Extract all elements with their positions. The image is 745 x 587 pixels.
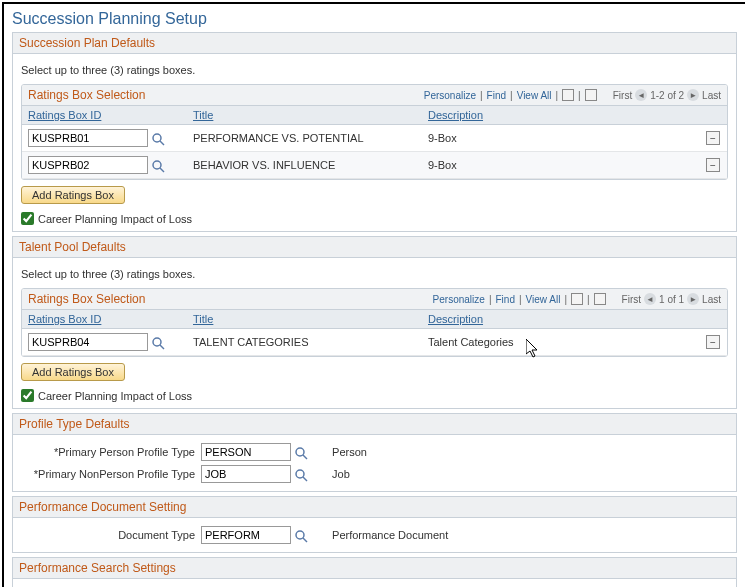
nav-pos: 1 of 1	[659, 294, 684, 305]
svg-point-6	[296, 448, 304, 456]
table-row: TALENT CATEGORIES Talent Categories −	[22, 329, 727, 356]
primary-person-profile-label: *Primary Person Profile Type	[21, 446, 201, 458]
document-type-label: Document Type	[21, 529, 201, 541]
impact-of-loss-checkbox[interactable]	[21, 389, 34, 402]
zoom-icon[interactable]	[571, 293, 583, 305]
primary-person-profile-desc: Person	[308, 446, 367, 458]
instruction-succ: Select up to three (3) ratings boxes.	[21, 64, 728, 76]
separator: |	[578, 90, 581, 101]
first-label[interactable]: First	[622, 294, 641, 305]
row-title: TALENT CATEGORIES	[187, 334, 422, 350]
col-header-desc[interactable]: Description	[422, 106, 699, 124]
view-all-link[interactable]: View All	[517, 90, 552, 101]
separator: |	[564, 294, 567, 305]
primary-nonperson-profile-label: *Primary NonPerson Profile Type	[21, 468, 201, 480]
download-icon[interactable]	[585, 89, 597, 101]
section-talent-pool-defaults: Talent Pool Defaults Select up to three …	[12, 236, 737, 409]
primary-nonperson-profile-desc: Job	[308, 468, 350, 480]
section-performance-document: Performance Document Setting Document Ty…	[12, 496, 737, 553]
row-title: BEHAVIOR VS. INFLUENCE	[187, 157, 422, 173]
lookup-icon[interactable]	[294, 529, 308, 543]
svg-line-1	[160, 141, 164, 145]
separator: |	[480, 90, 483, 101]
lookup-icon[interactable]	[294, 468, 308, 482]
next-icon[interactable]: ►	[687, 89, 699, 101]
svg-line-11	[303, 538, 307, 542]
separator: |	[519, 294, 522, 305]
svg-line-5	[160, 345, 164, 349]
document-type-desc: Performance Document	[308, 529, 448, 541]
section-performance-search: Performance Search Settings Search Docum…	[12, 557, 737, 587]
find-link[interactable]: Find	[487, 90, 506, 101]
page-title: Succession Planning Setup	[12, 10, 737, 28]
section-header-talent: Talent Pool Defaults	[12, 236, 737, 258]
row-desc: 9-Box	[422, 130, 699, 146]
primary-nonperson-profile-input[interactable]	[201, 465, 291, 483]
section-header-perf-search: Performance Search Settings	[12, 557, 737, 579]
table-row: PERFORMANCE VS. POTENTIAL 9-Box −	[22, 125, 727, 152]
svg-point-2	[153, 161, 161, 169]
table-row: BEHAVIOR VS. INFLUENCE 9-Box −	[22, 152, 727, 179]
col-header-title[interactable]: Title	[187, 310, 422, 328]
section-succession-plan-defaults: Succession Plan Defaults Select up to th…	[12, 32, 737, 232]
grid-ratings-talent: Ratings Box Selection Personalize | Find…	[21, 288, 728, 357]
separator: |	[510, 90, 513, 101]
col-header-id[interactable]: Ratings Box ID	[22, 106, 187, 124]
svg-point-4	[153, 338, 161, 346]
primary-person-profile-input[interactable]	[201, 443, 291, 461]
zoom-icon[interactable]	[562, 89, 574, 101]
row-desc: Talent Categories	[422, 334, 699, 350]
lookup-icon[interactable]	[151, 336, 165, 350]
row-title: PERFORMANCE VS. POTENTIAL	[187, 130, 422, 146]
section-header-profile: Profile Type Defaults	[12, 413, 737, 435]
prev-icon[interactable]: ◄	[635, 89, 647, 101]
svg-point-10	[296, 531, 304, 539]
grid-title-talent: Ratings Box Selection	[28, 292, 433, 306]
impact-of-loss-checkbox[interactable]	[21, 212, 34, 225]
personalize-link[interactable]: Personalize	[424, 90, 476, 101]
delete-row-button[interactable]: −	[706, 158, 720, 172]
section-header-perf-doc: Performance Document Setting	[12, 496, 737, 518]
view-all-link[interactable]: View All	[526, 294, 561, 305]
svg-point-8	[296, 470, 304, 478]
section-profile-type-defaults: Profile Type Defaults *Primary Person Pr…	[12, 413, 737, 492]
download-icon[interactable]	[594, 293, 606, 305]
grid-title-succ: Ratings Box Selection	[28, 88, 424, 102]
instruction-talent: Select up to three (3) ratings boxes.	[21, 268, 728, 280]
separator: |	[556, 90, 559, 101]
separator: |	[489, 294, 492, 305]
add-ratings-box-button[interactable]: Add Ratings Box	[21, 363, 125, 381]
ratings-box-id-input[interactable]	[28, 333, 148, 351]
next-icon[interactable]: ►	[687, 293, 699, 305]
col-header-title[interactable]: Title	[187, 106, 422, 124]
impact-of-loss-label: Career Planning Impact of Loss	[38, 213, 192, 225]
find-link[interactable]: Find	[495, 294, 514, 305]
col-header-id[interactable]: Ratings Box ID	[22, 310, 187, 328]
ratings-box-id-input[interactable]	[28, 129, 148, 147]
svg-line-7	[303, 455, 307, 459]
nav-pos: 1-2 of 2	[650, 90, 684, 101]
impact-of-loss-label: Career Planning Impact of Loss	[38, 390, 192, 402]
svg-line-9	[303, 477, 307, 481]
col-header-desc[interactable]: Description	[422, 310, 699, 328]
ratings-box-id-input[interactable]	[28, 156, 148, 174]
delete-row-button[interactable]: −	[706, 131, 720, 145]
lookup-icon[interactable]	[294, 446, 308, 460]
delete-row-button[interactable]: −	[706, 335, 720, 349]
last-label[interactable]: Last	[702, 294, 721, 305]
personalize-link[interactable]: Personalize	[433, 294, 485, 305]
document-type-input[interactable]	[201, 526, 291, 544]
first-label[interactable]: First	[613, 90, 632, 101]
svg-point-0	[153, 134, 161, 142]
grid-ratings-succ: Ratings Box Selection Personalize | Find…	[21, 84, 728, 180]
prev-icon[interactable]: ◄	[644, 293, 656, 305]
row-desc: 9-Box	[422, 157, 699, 173]
add-ratings-box-button[interactable]: Add Ratings Box	[21, 186, 125, 204]
svg-line-3	[160, 168, 164, 172]
lookup-icon[interactable]	[151, 132, 165, 146]
lookup-icon[interactable]	[151, 159, 165, 173]
separator: |	[587, 294, 590, 305]
last-label[interactable]: Last	[702, 90, 721, 101]
section-header-succ: Succession Plan Defaults	[12, 32, 737, 54]
